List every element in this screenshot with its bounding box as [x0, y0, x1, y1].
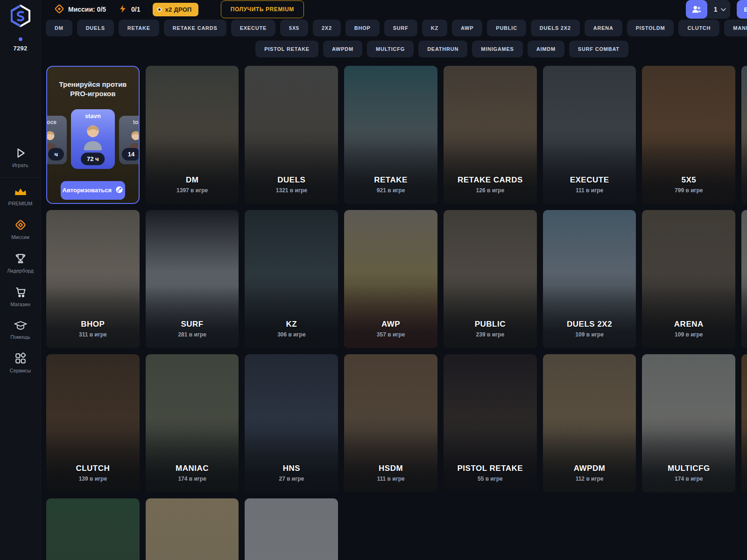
sidebar-item-label: Играть [12, 162, 28, 168]
tab-execute[interactable]: EXECUTE [231, 20, 275, 36]
pro-player-name: stavn [71, 112, 115, 119]
game-card-bhop[interactable]: BHOP311 в игре [46, 210, 140, 348]
tab-duels-2x2[interactable]: DUELS 2X2 [531, 20, 580, 36]
game-card-pistol-retake[interactable]: PISTOL RETAKE55 в игре [444, 354, 537, 492]
tab-public[interactable]: PUBLIC [487, 20, 526, 36]
tab-arena[interactable]: ARENA [585, 20, 622, 36]
card-players-count: 182 в игре [741, 331, 747, 338]
tab-awp[interactable]: AWP [452, 20, 482, 36]
tab-minigames[interactable]: MINIGAMES [472, 41, 523, 57]
game-card-multicfg[interactable]: MULTICFG174 в игре [642, 354, 735, 492]
card-meta: PISTOLDM182 в игре [741, 320, 747, 338]
game-card-deathrun[interactable]: DEATHRUN27 в игре [741, 354, 747, 492]
tab-maniac[interactable]: MANIAC [724, 20, 747, 36]
card-title: MULTICFG [642, 464, 735, 473]
card-title: MANIAC [146, 464, 239, 473]
card-title: 2X2 [741, 175, 747, 185]
game-card-awp[interactable]: AWP357 в игре [344, 210, 437, 348]
tab-duels[interactable]: DUELS [77, 20, 114, 36]
game-card-retake-cards[interactable]: RETAKE CARDS126 в игре [444, 66, 537, 204]
sidebar-item-магазин[interactable]: Магазин [0, 280, 41, 313]
main-content: Миссии: 0/5 0/1 х2 ДРОП ПОЛУЧИТЬ PREMIUM [41, 0, 747, 560]
card-players-count: 227 в игре [741, 187, 747, 194]
sidebar-item-лидерборд[interactable]: Лидерборд [0, 246, 41, 280]
missions-progress[interactable]: Миссии: 0/5 [54, 4, 106, 15]
tab-pistol-retake[interactable]: PISTOL RETAKE [255, 41, 318, 57]
card-title: PISTOLDM [741, 320, 747, 329]
card-title: ARENA [642, 320, 735, 329]
card-players-count: 306 в игре [245, 331, 338, 338]
region-online-selector[interactable]: 1 [686, 0, 730, 19]
x2-drop-badge[interactable]: х2 ДРОП [153, 3, 198, 16]
drops-progress[interactable]: 0/1 [118, 4, 140, 15]
game-card-hsdm[interactable]: HSDM111 в игре [344, 354, 437, 492]
card-meta: 2X2227 в игре [741, 175, 747, 194]
tab-surf[interactable]: SURF [384, 20, 417, 36]
pro-player-card-stavn[interactable]: stavn72 ч [71, 109, 115, 169]
tab-deathrun[interactable]: DEATHRUN [418, 41, 467, 57]
game-card-retake[interactable]: RETAKE921 в игре [344, 66, 437, 204]
game-card-surf[interactable]: SURF281 в игре [146, 210, 239, 348]
game-card-public[interactable]: PUBLIC239 в игре [444, 210, 537, 348]
get-premium-button[interactable]: ПОЛУЧИТЬ PREMIUM [221, 0, 304, 18]
card-players-count: 281 в игре [146, 331, 239, 338]
sidebar-item-помощь[interactable]: Помощь [0, 313, 41, 346]
game-card-duels-2x2[interactable]: DUELS 2X2109 в игре [543, 210, 636, 348]
game-card-5x5[interactable]: 5X5799 в игре [642, 66, 735, 204]
cart-icon [14, 286, 27, 298]
tab-5x5[interactable]: 5X5 [280, 20, 308, 36]
card-meta: EXECUTE111 в игре [543, 175, 636, 194]
tab-dm[interactable]: DM [46, 20, 72, 36]
card-players-count: 112 в игре [543, 476, 636, 482]
game-card-2x2[interactable]: 2X2227 в игре [741, 66, 747, 204]
card-title: DUELS [245, 175, 338, 185]
game-card-pistoldm[interactable]: PISTOLDM182 в игре [741, 210, 747, 348]
game-card-duels[interactable]: DUELS1321 в игре [245, 66, 338, 204]
game-card-partial[interactable] [146, 498, 239, 560]
sidebar-item-premium[interactable]: PREMIUM [0, 181, 41, 212]
sidebar-item-label: PREMIUM [8, 201, 33, 206]
game-card-partial[interactable] [245, 498, 338, 560]
tab-2x2[interactable]: 2X2 [313, 20, 341, 36]
card-players-count: 27 в игре [741, 476, 747, 482]
steam-login-button[interactable]: ВОЙТИ ЧЕРЕЗ STEAM [737, 0, 747, 19]
game-card-dm[interactable]: DM1397 в игре [146, 66, 239, 204]
game-card-arena[interactable]: ARENA109 в игре [642, 210, 735, 348]
sidebar-item-играть[interactable]: Играть [0, 140, 41, 178]
sidebar-item-label: Сервисы [10, 368, 31, 373]
game-card-clutch[interactable]: CLUTCH139 в игре [46, 354, 140, 492]
tab-pistoldm[interactable]: PISTOLDM [627, 20, 674, 36]
tab-awpdm[interactable]: AWPDM [323, 41, 362, 57]
site-logo-icon[interactable] [10, 5, 31, 29]
tab-surf-combat[interactable]: SURF COMBAT [569, 41, 628, 57]
tab-clutch[interactable]: CLUTCH [678, 20, 719, 36]
sidebar: 7292 ИгратьPREMIUMМиссииЛидербордМагазин… [0, 0, 41, 560]
game-card-hns[interactable]: HNS27 в игре [245, 354, 338, 492]
tab-multicfg[interactable]: MULTICFG [367, 41, 414, 57]
tab-bhop[interactable]: BHOP [345, 20, 380, 36]
card-title: CLUTCH [46, 464, 140, 473]
card-meta: KZ306 в игре [245, 320, 338, 338]
sidebar-item-миссии[interactable]: Миссии [0, 212, 41, 246]
tab-kz[interactable]: KZ [422, 20, 447, 36]
pro-player-avatar [79, 121, 106, 150]
pro-player-name: to [119, 119, 140, 126]
sidebar-item-сервисы[interactable]: Сервисы [0, 346, 41, 379]
card-meta: HNS27 в игре [245, 464, 338, 482]
tab-retake-cards[interactable]: RETAKE CARDS [164, 20, 226, 36]
tab-aimdm[interactable]: AIMDM [528, 41, 564, 57]
tab-retake[interactable]: RETAKE [119, 20, 159, 36]
card-players-count: 111 в игре [344, 476, 437, 482]
game-card-awpdm[interactable]: AWPDM112 в игре [543, 354, 636, 492]
pro-players-promo-card[interactable]: Тренируйся против PRO-игроков doceчstavn… [46, 66, 140, 204]
authorize-button[interactable]: Авторизоваться [61, 181, 125, 200]
game-card-maniac[interactable]: MANIAC174 в игре [146, 354, 239, 492]
card-title: PUBLIC [444, 320, 537, 329]
card-title: BHOP [46, 320, 140, 329]
pro-player-card-to[interactable]: to14 [119, 116, 140, 164]
game-card-execute[interactable]: EXECUTE111 в игре [543, 66, 636, 204]
game-card-kz[interactable]: KZ306 в игре [245, 210, 338, 348]
game-card-partial[interactable] [46, 498, 140, 560]
pro-player-hours-badge: 14 [122, 148, 140, 161]
pro-player-card-doce[interactable]: doceч [46, 116, 67, 164]
